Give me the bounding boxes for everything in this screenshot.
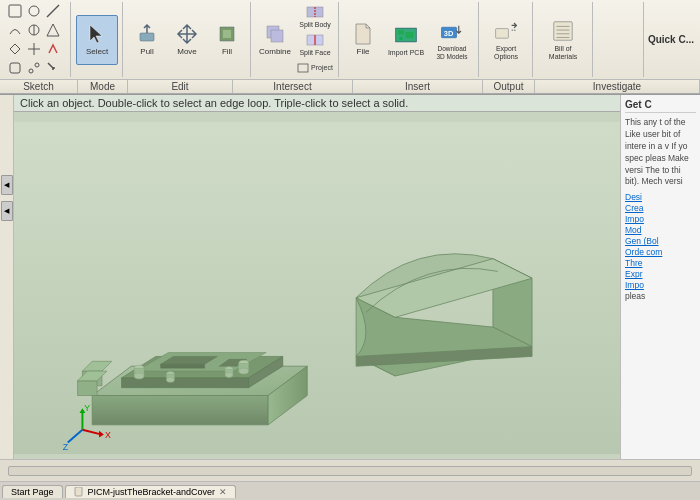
svg-point-48 [239,368,249,374]
svg-marker-11 [90,25,102,43]
sketch-tool-11[interactable] [25,59,43,77]
move-icon [175,22,199,46]
panel-link-7[interactable]: Thre [625,258,696,268]
select-button[interactable]: Select [76,15,118,65]
intersect-section-label: Intersect [233,80,353,93]
pull-button[interactable]: Pull [128,15,166,65]
sketch-tool-9[interactable] [44,40,62,58]
toolbar: Select Pull Move [0,0,700,95]
horizontal-scrollbar[interactable] [8,466,692,476]
left-panel-collapse: ◀ ◀ [0,95,14,459]
file-icon [351,22,375,46]
file-button[interactable]: File [344,15,382,65]
start-page-tab[interactable]: Start Page [2,485,63,498]
move-button[interactable]: Move [168,15,206,65]
collapse-btn-2[interactable]: ◀ [1,201,13,221]
combine-icon [263,22,287,46]
intersect-group: Combine Split Body [252,2,339,77]
collapse-btn-1[interactable]: ◀ [1,175,13,195]
panel-link-3[interactable]: Impo [625,214,696,224]
fill-button[interactable]: Fill [208,15,246,65]
svg-marker-41 [161,364,205,368]
svg-text:Z: Z [63,442,69,452]
svg-text:3D: 3D [444,29,454,38]
fill-icon [215,22,239,46]
svg-text:Y: Y [84,403,90,413]
svg-point-45 [134,373,144,379]
sketch-tool-8[interactable] [25,40,43,58]
status-bar: Click an object. Double-click to select … [14,95,620,112]
svg-rect-0 [9,5,21,17]
svg-marker-37 [122,378,249,388]
quick-connect-label: Quick C... [648,34,694,45]
split-body-button[interactable]: Split Body [296,3,334,30]
bill-icon [551,19,575,43]
panel-link-5[interactable]: Gen (Bol [625,236,696,246]
project-button[interactable]: Project [296,59,334,77]
import-pcb-icon [394,23,418,47]
import-pcb-button[interactable]: Import PCB [384,15,428,65]
sketch-section-label: Sketch [0,80,78,93]
svg-line-2 [47,5,59,17]
panel-link-1[interactable]: Desi [625,192,696,202]
sketch-tool-3[interactable] [44,2,62,20]
svg-point-1 [29,6,39,16]
svg-marker-57 [78,381,98,396]
export-icon [494,19,518,43]
svg-rect-69 [75,487,82,496]
output-group: Export Options [480,2,533,77]
svg-marker-5 [47,24,59,36]
svg-point-23 [399,36,402,39]
right-panel-title: Get C [625,99,696,113]
svg-point-54 [225,373,233,378]
download-3d-icon: 3D [440,19,464,43]
svg-marker-34 [92,396,268,425]
edit-section-label: Edit [128,80,233,93]
file-tab-icon [74,487,84,497]
split-body-icon [303,5,327,19]
sketch-tool-7[interactable] [6,40,24,58]
download-3d-button[interactable]: 3D Download 3D Models [430,15,474,65]
edit-group: Pull Move Fill [124,2,251,77]
3d-scene: Y X Z [14,117,620,459]
main-area: ◀ ◀ Click an object. Double-click to sel… [0,95,700,459]
svg-point-9 [29,69,33,73]
panel-link-4[interactable]: Mod [625,225,696,235]
sketch-tool-12[interactable] [44,59,62,77]
close-tab-button[interactable]: ✕ [219,487,227,497]
right-panel-body: This any t of the Like user bit of inter… [625,117,696,188]
svg-rect-12 [140,33,154,41]
viewport-canvas: Y X Z [14,117,620,459]
investigate-group: Bill of Materials [534,2,593,77]
panel-overflow-text: pleas [625,291,696,301]
sketch-tool-2[interactable] [25,2,43,20]
sketch-tool-10[interactable] [6,59,24,77]
right-panel: Get C This any t of the Like user bit of… [620,95,700,459]
sketch-tool-1[interactable] [6,2,24,20]
investigate-section-label: Investigate [535,80,700,93]
panel-link-9[interactable]: Impo [625,280,696,290]
file-tab[interactable]: PICM-justTheBracket-andCover ✕ [65,485,237,498]
panel-link-6[interactable]: Orde com [625,247,696,257]
sketch-tool-4[interactable] [6,21,24,39]
mode-section-label: Mode [78,80,128,93]
sketch-tool-5[interactable] [25,21,43,39]
svg-rect-22 [406,32,413,37]
toolbar-labels: Sketch Mode Edit Intersect Insert Output… [0,80,700,94]
export-button[interactable]: Export Options [484,15,528,65]
sketch-tool-6[interactable] [44,21,62,39]
pull-icon [135,22,159,46]
split-face-button[interactable]: Split Face [296,31,334,58]
bill-button[interactable]: Bill of Materials [538,15,588,65]
viewport[interactable]: Click an object. Double-click to select … [14,95,620,459]
svg-point-10 [35,63,39,67]
output-section-label: Output [483,80,535,93]
insert-group: File Import PCB 3D [340,2,479,77]
panel-link-2[interactable]: Crea [625,203,696,213]
insert-section-label: Insert [353,80,483,93]
svg-rect-26 [496,28,509,38]
select-icon [85,22,109,46]
combine-button[interactable]: Combine [256,15,294,65]
split-face-icon [303,33,327,47]
panel-link-8[interactable]: Expr [625,269,696,279]
